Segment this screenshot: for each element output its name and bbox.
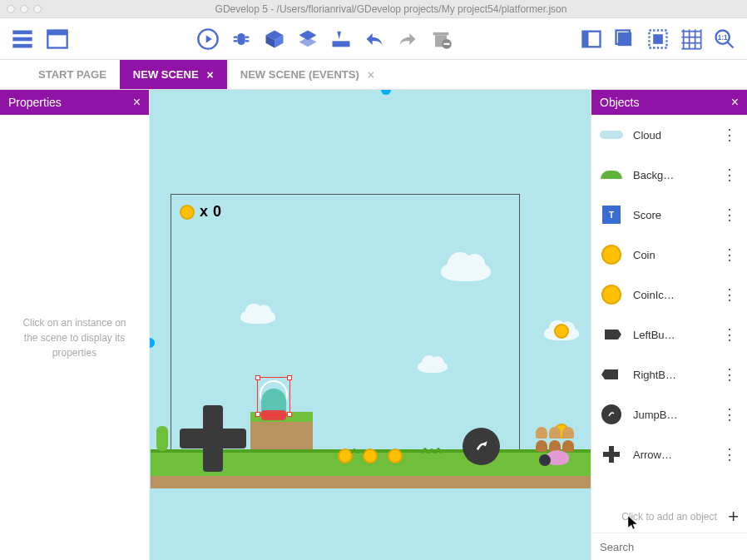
camera-handle-top[interactable] — [381, 90, 391, 95]
object-row-cloud[interactable]: Cloud ⋮ — [591, 115, 747, 155]
panel-close-icon[interactable]: × — [133, 95, 141, 110]
tab-new-scene-events[interactable]: NEW SCENE (EVENTS) × — [227, 60, 388, 89]
scene-layers-button[interactable] — [294, 25, 322, 53]
svg-text:1:1: 1:1 — [718, 34, 728, 42]
object-label: JumpB… — [633, 409, 710, 421]
tab-close-icon[interactable]: × — [368, 68, 374, 82]
object-menu-icon[interactable]: ⋮ — [719, 166, 740, 184]
svg-marker-6 — [206, 35, 212, 42]
selection-handle[interactable] — [255, 412, 260, 417]
tab-bar: START PAGE NEW SCENE × NEW SCENE (EVENTS… — [0, 60, 747, 90]
object-row-arrow[interactable]: Arrow… ⋮ — [591, 434, 747, 474]
coin-sprite[interactable] — [388, 448, 403, 463]
jump-button-sprite[interactable] — [463, 428, 500, 465]
objects-search[interactable] — [591, 533, 747, 560]
trash-button[interactable] — [427, 25, 455, 53]
panel-title: Properties — [8, 96, 62, 109]
tab-new-scene[interactable]: NEW SCENE × — [120, 60, 227, 89]
objects-list[interactable]: Cloud ⋮ Backg… ⋮ T Score ⋮ Coin ⋮ CoinIc… — [591, 115, 747, 501]
svg-marker-18 — [337, 31, 341, 38]
object-label: Score — [633, 209, 710, 221]
object-menu-icon[interactable]: ⋮ — [719, 445, 740, 463]
plus-icon: + — [728, 506, 739, 528]
selection-handle[interactable] — [287, 375, 292, 380]
grass-tuft — [421, 444, 446, 453]
object-thumb-left-button — [598, 321, 625, 348]
object-menu-icon[interactable]: ⋮ — [719, 126, 740, 144]
tab-close-icon[interactable]: × — [207, 68, 214, 82]
object-thumb-jump-button — [598, 401, 625, 428]
properties-panel: Properties × Click on an instance on the… — [0, 90, 150, 560]
object-menu-icon[interactable]: ⋮ — [719, 245, 740, 264]
object-row-left-button[interactable]: LeftBu… ⋮ — [591, 315, 747, 354]
window-title: GDevelop 5 - /Users/florianrival/GDevelo… — [42, 3, 740, 15]
object-menu-icon[interactable]: ⋮ — [719, 325, 740, 344]
object-menu-icon[interactable]: ⋮ — [719, 206, 740, 224]
edit-button[interactable] — [327, 25, 355, 53]
object-row-coin[interactable]: Coin ⋮ — [591, 235, 747, 275]
objects-panel: Objects × Cloud ⋮ Backg… ⋮ T Score ⋮ Coi — [591, 90, 747, 560]
object-thumb-arrow — [598, 441, 625, 468]
mushroom-sprite — [562, 427, 574, 439]
mushroom-sprite — [536, 427, 547, 439]
cactus-sprite[interactable] — [156, 426, 168, 451]
svg-rect-7 — [237, 33, 245, 45]
object-row-coin-icon[interactable]: CoinIc… ⋮ — [591, 275, 747, 315]
object-thumb-score: T — [598, 201, 625, 228]
grid-button[interactable] — [677, 25, 705, 53]
dpad-control[interactable] — [180, 405, 246, 472]
object-menu-icon[interactable]: ⋮ — [719, 365, 740, 384]
panel-title: Objects — [600, 96, 639, 109]
window-mode-button[interactable] — [611, 25, 639, 53]
object-row-jump-button[interactable]: JumpB… ⋮ — [591, 394, 747, 434]
dirt-sprite — [151, 476, 591, 488]
scene-objects-button[interactable] — [260, 25, 289, 53]
svg-rect-28 — [653, 34, 663, 44]
object-label: CoinIc… — [633, 289, 710, 301]
properties-panel-button[interactable] — [43, 25, 72, 53]
object-thumb-right-button — [598, 361, 625, 388]
mushroom-sprite — [562, 440, 574, 452]
panel-close-icon[interactable]: × — [731, 95, 739, 110]
object-row-score[interactable]: T Score ⋮ — [591, 195, 747, 235]
add-object-button[interactable]: Click to add an object + — [591, 501, 747, 533]
tab-start-page[interactable]: START PAGE — [25, 60, 120, 89]
mushroom-group[interactable] — [536, 427, 574, 439]
fly-enemy[interactable] — [539, 454, 551, 466]
object-thumb-background — [598, 161, 625, 188]
mask-button[interactable] — [644, 25, 672, 53]
window-controls[interactable] — [7, 5, 42, 13]
redo-button[interactable] — [393, 25, 422, 53]
object-row-right-button[interactable]: RightB… ⋮ — [591, 354, 747, 394]
selection-handle[interactable] — [287, 412, 292, 417]
play-button[interactable] — [194, 25, 222, 53]
cursor-icon — [628, 516, 638, 529]
svg-marker-16 — [299, 37, 317, 47]
selection-handle[interactable] — [255, 375, 260, 380]
debug-button[interactable] — [227, 25, 255, 53]
object-menu-icon[interactable]: ⋮ — [719, 285, 740, 304]
zoom-button[interactable]: 1:1 — [710, 25, 739, 53]
search-input[interactable] — [600, 541, 740, 553]
minimize-window-button[interactable] — [20, 5, 28, 13]
object-row-background[interactable]: Backg… ⋮ — [591, 155, 747, 195]
object-menu-icon[interactable]: ⋮ — [719, 405, 740, 424]
panel-toggle-button[interactable] — [577, 25, 606, 53]
main-toolbar: 1:1 — [0, 18, 747, 60]
object-thumb-coin — [598, 241, 625, 268]
hud-coin-counter[interactable]: x 0 — [180, 203, 221, 221]
svg-marker-41 — [605, 330, 621, 339]
maximize-window-button[interactable] — [33, 5, 42, 13]
coin-sprite[interactable] — [554, 324, 569, 339]
scene-viewport[interactable]: x 0 — [150, 90, 591, 560]
svg-rect-2 — [12, 43, 32, 47]
dpad-horizontal — [180, 429, 246, 448]
close-window-button[interactable] — [7, 5, 15, 13]
object-label: Arrow… — [633, 448, 710, 461]
project-panel-button[interactable] — [8, 25, 37, 53]
grass-tuft — [350, 445, 367, 453]
camera-handle-left[interactable] — [150, 338, 155, 348]
undo-button[interactable] — [360, 25, 388, 53]
coin-icon — [180, 205, 195, 220]
svg-rect-44 — [603, 452, 620, 457]
